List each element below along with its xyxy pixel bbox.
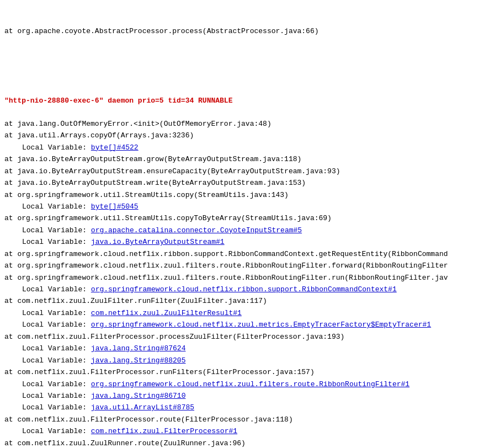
local-variable-label: Local Variable: (22, 392, 91, 400)
local-variable-label: Local Variable: (22, 380, 91, 388)
stack-line: Local Variable: java.util.ArrayList#8785 (4, 402, 475, 413)
local-variable-link[interactable]: byte[]#4522 (91, 143, 139, 152)
truncated-line: at org.apache.coyote.AbstractProcessor.p… (4, 25, 475, 37)
empty-line (4, 60, 475, 72)
local-variable-link[interactable]: org.springframework.cloud.netflix.ribbon… (91, 285, 397, 294)
stack-line: Local Variable: com.netflix.zuul.ZuulFil… (4, 307, 475, 319)
local-variable-label: Local Variable: (22, 285, 91, 294)
stack-line: at com.netflix.zuul.FilterProcessor.runF… (4, 366, 475, 378)
stack-line: at com.netflix.zuul.ZuulFilter.runFilter… (4, 295, 475, 307)
stack-line: at com.netflix.zuul.FilterProcessor.proc… (4, 331, 475, 343)
local-variable-label: Local Variable: (22, 427, 91, 435)
local-variable-link[interactable]: java.util.ArrayList#8785 (91, 403, 194, 412)
stack-line: at java.util.Arrays.copyOf(Arrays.java:3… (4, 130, 475, 141)
stack-line: Local Variable: java.io.ByteArrayOutputS… (4, 236, 475, 248)
local-variable-link[interactable]: org.springframework.cloud.netflix.zuul.f… (91, 380, 409, 388)
local-variable-link[interactable]: java.io.ByteArrayOutputStream#1 (91, 238, 225, 246)
stack-line: Local Variable: java.lang.String#87624 (4, 343, 475, 354)
local-variable-label: Local Variable: (22, 356, 91, 365)
local-variable-label: Local Variable: (22, 226, 91, 234)
local-variable-link[interactable]: java.lang.String#86710 (91, 392, 186, 400)
stack-line: at org.springframework.cloud.netflix.zuu… (4, 272, 475, 284)
stack-line: Local Variable: java.lang.String#88205 (4, 355, 475, 366)
local-variable-label: Local Variable: (22, 321, 91, 329)
stack-line: Local Variable: org.springframework.clou… (4, 319, 475, 330)
stack-line: Local Variable: com.netflix.zuul.FilterP… (4, 425, 475, 437)
stack-line: Local Variable: byte[]#5045 (4, 201, 475, 212)
stack-line: at org.springframework.cloud.netflix.rib… (4, 248, 475, 260)
stack-line: at java.io.ByteArrayOutputStream.ensureC… (4, 166, 475, 177)
stack-trace-block: at org.apache.coyote.AbstractProcessor.p… (4, 2, 475, 118)
local-variable-label: Local Variable: (22, 202, 91, 211)
local-variable-label: Local Variable: (22, 143, 91, 152)
stack-line: at java.io.ByteArrayOutputStream.write(B… (4, 177, 475, 189)
stack-line: at org.springframework.util.StreamUtils.… (4, 189, 475, 201)
local-variable-label: Local Variable: (22, 403, 91, 412)
stack-line: at com.netflix.zuul.FilterProcessor.rout… (4, 414, 475, 425)
local-variable-label: Local Variable: (22, 344, 91, 353)
local-variable-link[interactable]: com.netflix.zuul.FilterProcessor#1 (91, 427, 237, 435)
stack-line: at com.netflix.zuul.ZuulRunner.route(Zuu… (4, 438, 475, 448)
stack-line: Local Variable: org.springframework.clou… (4, 378, 475, 390)
local-variable-link[interactable]: byte[]#5045 (91, 202, 139, 211)
thread-header: "http-nio-28880-exec-6" daemon prio=5 ti… (4, 95, 475, 106)
local-variable-link[interactable]: com.netflix.zuul.ZuulFilterResult#1 (91, 309, 242, 317)
local-variable-link[interactable]: java.lang.String#87624 (91, 344, 186, 353)
local-variable-label: Local Variable: (22, 309, 91, 317)
stack-line: Local Variable: org.apache.catalina.conn… (4, 225, 475, 236)
local-variable-link[interactable]: org.apache.catalina.connector.CoyoteInpu… (91, 226, 302, 234)
local-variable-link[interactable]: org.springframework.cloud.netflix.zuul.m… (91, 321, 431, 329)
stack-line: Local Variable: byte[]#4522 (4, 142, 475, 153)
stack-trace-lines: at java.lang.OutOfMemoryError.<init>(Out… (4, 118, 475, 448)
stack-line: at org.springframework.util.StreamUtils.… (4, 212, 475, 224)
local-variable-label: Local Variable: (22, 238, 91, 246)
stack-line: Local Variable: org.springframework.clou… (4, 284, 475, 295)
stack-line: at java.lang.OutOfMemoryError.<init>(Out… (4, 118, 475, 130)
stack-line: at java.io.ByteArrayOutputStream.grow(By… (4, 153, 475, 165)
local-variable-link[interactable]: java.lang.String#88205 (91, 356, 186, 365)
stack-line: Local Variable: java.lang.String#86710 (4, 390, 475, 402)
stack-line: at org.springframework.cloud.netflix.zuu… (4, 260, 475, 271)
